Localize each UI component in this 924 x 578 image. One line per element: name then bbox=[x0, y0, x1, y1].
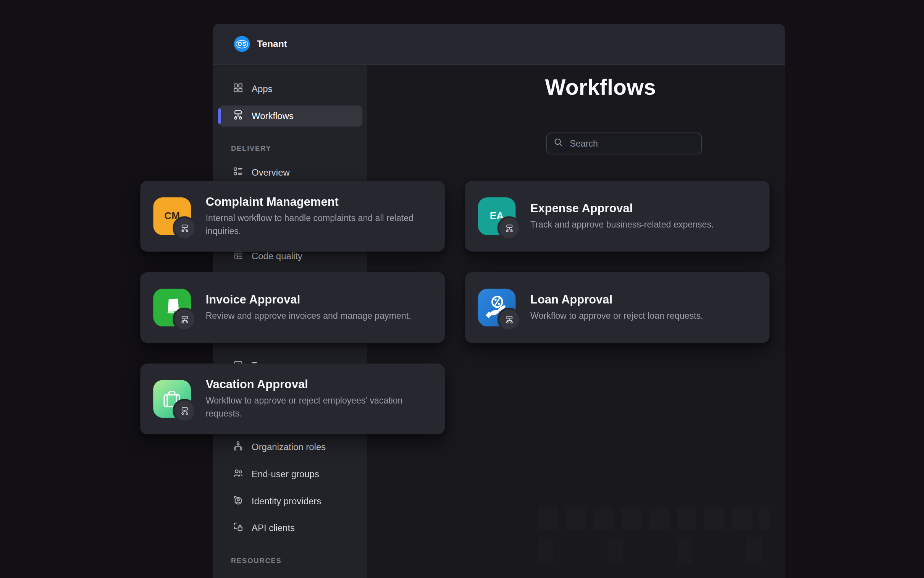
card-title: Loan Approval bbox=[530, 293, 703, 306]
card-title: Complaint Management bbox=[206, 195, 430, 208]
sidebar-item-label: Workflows bbox=[252, 111, 294, 122]
workflow-badge-icon bbox=[172, 399, 196, 423]
search-input-container[interactable] bbox=[546, 133, 702, 154]
os-logo-icon: OS bbox=[234, 36, 250, 52]
sidebar-item-label: Apps bbox=[252, 84, 273, 94]
vacation-approval-app-icon bbox=[153, 380, 191, 418]
sidebar-item-api-clients[interactable]: API clients bbox=[213, 517, 367, 539]
workflow-icon bbox=[232, 109, 244, 123]
card-description: Internal workflow to handle complaints a… bbox=[206, 211, 430, 237]
expense-approval-app-icon: EA bbox=[478, 197, 516, 235]
sidebar-item-label: Code quality bbox=[252, 251, 302, 261]
card-description: Workflow to approve or reject loan reque… bbox=[530, 309, 703, 323]
workflow-card-vacation-approval[interactable]: Vacation Approval Workflow to approve or… bbox=[140, 364, 445, 434]
selected-accent-bar bbox=[218, 109, 221, 124]
search-input[interactable] bbox=[568, 138, 695, 149]
ghost-content-row bbox=[538, 508, 770, 530]
top-bar: OS Tenant bbox=[213, 24, 785, 65]
card-description: Track and approve business-related expen… bbox=[530, 218, 714, 231]
sidebar-item-workflows-selected[interactable]: Workflows bbox=[219, 106, 363, 127]
card-title: Expense Approval bbox=[530, 201, 714, 214]
apps-grid-icon bbox=[232, 82, 244, 96]
card-title: Vacation Approval bbox=[206, 378, 430, 391]
sidebar-item-label: Organization roles bbox=[252, 442, 326, 453]
sidebar-section-resources: RESOURCES bbox=[231, 557, 282, 565]
workflow-badge-icon bbox=[497, 308, 521, 331]
sidebar-item-apps[interactable]: Apps bbox=[213, 78, 367, 100]
sidebar-item-identity-providers[interactable]: Identity providers bbox=[213, 491, 367, 512]
page-title: Workflows bbox=[545, 76, 656, 101]
tenant-brand[interactable]: OS Tenant bbox=[234, 36, 287, 52]
workflow-badge-icon bbox=[172, 308, 196, 331]
os-logo-text: OS bbox=[235, 40, 248, 48]
desktop-background: OS Tenant Apps Workflows DELIVERY Overvi… bbox=[0, 0, 924, 578]
ghost-content-row bbox=[538, 537, 770, 565]
sidebar-item-organization-roles[interactable]: Organization roles bbox=[213, 437, 367, 458]
loan-approval-app-icon bbox=[478, 289, 516, 326]
workflow-card-loan-approval[interactable]: Loan Approval Workflow to approve or rej… bbox=[465, 272, 770, 343]
workflow-badge-icon bbox=[172, 216, 196, 240]
sidebar-item-label: Overview bbox=[252, 167, 290, 178]
card-description: Workflow to approve or reject employees’… bbox=[206, 394, 430, 421]
tenant-name: Tenant bbox=[257, 39, 287, 49]
invoice-approval-app-icon bbox=[153, 289, 191, 326]
complaint-management-app-icon: CM bbox=[153, 197, 191, 235]
sidebar-item-end-user-groups[interactable]: End-user groups bbox=[213, 464, 367, 485]
card-title: Invoice Approval bbox=[206, 293, 411, 306]
end-user-groups-icon bbox=[232, 467, 244, 481]
overview-icon bbox=[232, 166, 244, 180]
card-description: Review and approve invoices and manage p… bbox=[206, 309, 411, 323]
search-icon bbox=[553, 138, 563, 149]
workflow-card-invoice-approval[interactable]: Invoice Approval Review and approve invo… bbox=[140, 272, 445, 343]
sidebar-item-overview[interactable]: Overview bbox=[213, 162, 367, 183]
sidebar-item-label: API clients bbox=[252, 523, 295, 533]
workflow-card-complaint-management[interactable]: CM Complaint Management Internal workflo… bbox=[140, 181, 445, 252]
sidebar-item-label: Identity providers bbox=[252, 496, 321, 507]
workflow-badge-icon bbox=[497, 216, 521, 240]
sidebar-item-label: End-user groups bbox=[252, 469, 319, 480]
identity-providers-icon bbox=[232, 494, 244, 508]
sidebar-section-delivery: DELIVERY bbox=[231, 144, 271, 153]
organization-roles-icon bbox=[232, 440, 244, 454]
api-clients-icon bbox=[232, 521, 244, 535]
workflow-card-expense-approval[interactable]: EA Expense Approval Track and approve bu… bbox=[465, 181, 770, 252]
